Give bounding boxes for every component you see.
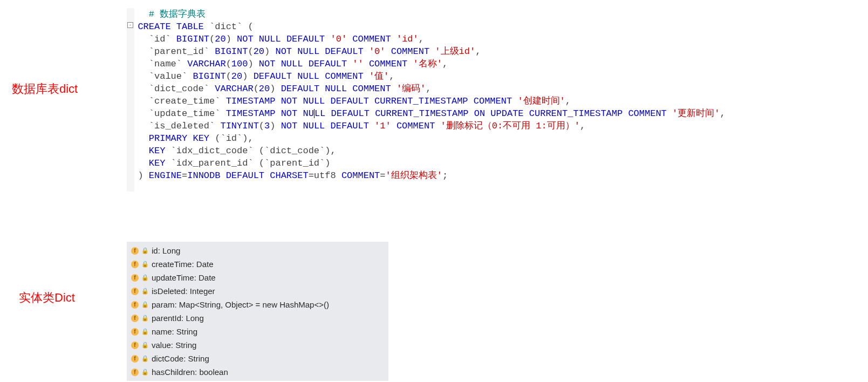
entity-field-row: f🔒param: Map<String, Object> = new HashM… [130,298,385,311]
entity-field-row: f🔒updateTime: Date [130,271,385,284]
lock-icon: 🔒 [141,244,149,257]
entity-field-text: name: String [152,325,197,338]
field-icon: f [131,274,139,282]
field-icon: f [131,301,139,309]
sql-code-block: # 数据字典表 CREATE TABLE `dict` ( `id` BIGIN… [127,8,866,182]
lock-icon: 🔒 [141,284,149,298]
entity-field-text: value: String [152,338,196,352]
field-icon: f [131,355,139,363]
field-icon: f [131,288,139,295]
db-table-label: 数据库表dict [12,81,78,97]
lock-icon: 🔒 [141,257,149,271]
lock-icon: 🔒 [141,271,149,284]
field-icon: f [131,315,139,322]
field-icon: f [131,342,139,349]
entity-field-text: hasChildren: boolean [152,365,228,379]
entity-field-row: f🔒value: String [130,338,385,352]
entity-field-text: updateTime: Date [152,271,216,284]
entity-field-text: dictCode: String [152,352,209,365]
lock-icon: 🔒 [141,298,149,311]
lock-icon: 🔒 [141,365,149,379]
entity-field-text: isDeleted: Integer [152,284,215,298]
lock-icon: 🔒 [141,325,149,338]
entity-field-text: param: Map<String, Object> = new HashMap… [152,298,329,311]
document-page: 数据库表dict 实体类Dict - # 数据字典表 CREATE TABLE … [0,0,868,382]
field-icon: f [131,328,139,336]
entity-fields-panel: f🔒id: Longf🔒createTime: Datef🔒updateTime… [127,242,388,381]
lock-icon: 🔒 [141,352,149,365]
entity-field-row: f🔒isDeleted: Integer [130,284,385,298]
entity-field-row: f🔒name: String [130,325,385,338]
entity-field-text: id: Long [152,244,180,257]
entity-field-row: f🔒hasChildren: boolean [130,365,385,379]
entity-field-row: f🔒id: Long [130,244,385,257]
lock-icon: 🔒 [141,338,149,352]
entity-field-row: f🔒parentId: Long [130,311,385,325]
entity-class-label: 实体类Dict [19,290,75,306]
entity-field-row: f🔒createTime: Date [130,257,385,271]
field-icon: f [131,369,139,376]
sql-code-text: # 数据字典表 CREATE TABLE `dict` ( `id` BIGIN… [127,8,866,182]
entity-field-text: parentId: Long [152,311,204,325]
field-icon: f [131,261,139,268]
entity-field-row: f🔒dictCode: String [130,352,385,365]
lock-icon: 🔒 [141,311,149,325]
entity-field-text: createTime: Date [152,257,214,271]
field-icon: f [131,247,139,255]
